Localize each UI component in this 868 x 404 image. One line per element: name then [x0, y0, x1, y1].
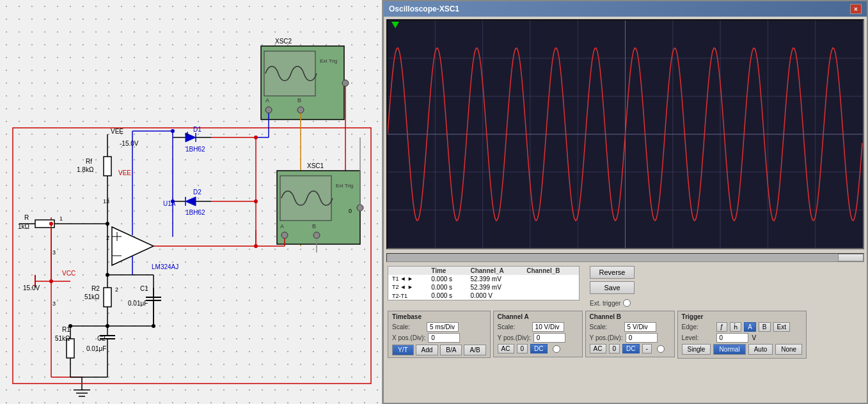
t1-chb [523, 275, 579, 283]
svg-text:Ext Trig: Ext Trig [320, 58, 337, 64]
channel-b-scale-label: Scale: [590, 323, 622, 330]
d2-part: 1BH62 [185, 209, 205, 216]
timebase-xpos-value[interactable]: 0 [428, 333, 460, 343]
channel-a-scale-value[interactable]: 10 V/Div [532, 322, 564, 332]
channel-b-minus-btn[interactable]: - [642, 344, 652, 354]
r2-label: R2 [91, 285, 100, 292]
ba-button[interactable]: B/A [440, 345, 462, 355]
channel-a-title: Channel A [498, 313, 578, 320]
timebase-section: Timebase Scale: 5 ms/Div X pos.(Div): 0 … [388, 311, 491, 358]
channel-b-radio[interactable] [657, 345, 665, 353]
ext-trigger-radio[interactable] [623, 299, 631, 307]
svg-point-61 [254, 199, 258, 203]
trigger-ext-btn[interactable]: Ext [773, 322, 790, 332]
svg-rect-31 [104, 288, 111, 307]
c2-label: C2 [97, 335, 106, 342]
channel-a-ypos-label: Y pos.(Div): [498, 334, 531, 341]
t2-cha: 52.399 mV [466, 283, 523, 291]
t1-time: 0.000 s [427, 275, 466, 283]
trigger-level-row: Level: 0 V [682, 333, 803, 343]
channel-a-coupling: AC 0 DC [498, 344, 578, 354]
r-label: R [24, 214, 29, 221]
save-button[interactable]: Save [590, 281, 635, 294]
trigger-edge-row: Edge: ƒ ȟ A B Ext [682, 322, 803, 332]
trigger-normal-btn[interactable]: Normal [713, 344, 745, 355]
trigger-level-value[interactable]: 0 [716, 333, 748, 343]
svg-point-80 [281, 232, 288, 238]
c2-value: 0.01μF [86, 345, 106, 352]
vee-node: VEE [118, 169, 131, 176]
oscilloscope-controls: Time Channel_A Channel_B T1 ◄ ► 0.000 s … [384, 263, 867, 361]
channel-b-scale-value[interactable]: 5 V/Div [624, 322, 656, 332]
channel-b-ypos-row: Y pos.(Div): 0 [590, 333, 670, 343]
channel-a-scale-row: Scale: 10 V/Div [498, 322, 578, 332]
svg-text:1: 1 [59, 215, 63, 222]
svg-rect-76 [280, 176, 331, 221]
r1-value: 51kΩ [55, 335, 70, 342]
svg-text:B: B [297, 97, 301, 104]
vcc-voltage: 15.0V [23, 284, 40, 291]
trigger-level-unit: V [752, 334, 757, 341]
t2t1-cha: 0.000 V [466, 291, 523, 300]
oscilloscope-panel: Oscilloscope-XSC1 × [383, 0, 868, 404]
t1-row-label: T1 ◄ ► [388, 275, 427, 283]
ab-button[interactable]: A/B [464, 345, 485, 355]
svg-point-53 [106, 222, 109, 226]
timebase-scale-value[interactable]: 5 ms/Div [427, 322, 459, 332]
trigger-single-btn[interactable]: Single [682, 344, 711, 355]
d1-part: 1BH62 [185, 146, 205, 153]
timebase-scale-row: Scale: 5 ms/Div [392, 322, 486, 332]
channel-b-dc-btn[interactable]: DC [622, 344, 639, 354]
svg-text:3: 3 [52, 249, 56, 256]
scroll-thumb[interactable] [838, 254, 864, 261]
rf-label: Rf [86, 158, 92, 165]
trigger-none-btn[interactable]: None [775, 344, 802, 355]
channel-a-radio[interactable] [553, 345, 560, 353]
chb-header: Channel_B [523, 267, 579, 275]
xsc2-label: XSC2 [275, 38, 292, 45]
u1a-label: U1A [163, 200, 175, 207]
osc-close-btn[interactable]: × [850, 4, 862, 14]
channel-b-scale-row: Scale: 5 V/Div [590, 322, 670, 332]
channel-b-title: Channel B [590, 313, 670, 320]
svg-text:A: A [280, 223, 284, 229]
channel-a-ypos-value[interactable]: 0 [533, 333, 565, 343]
timebase-title: Timebase [392, 313, 486, 320]
trigger-fall-btn[interactable]: ȟ [730, 322, 741, 332]
svg-marker-25 [185, 197, 196, 206]
d1-label: D1 [193, 126, 201, 133]
svg-text:4: 4 [185, 130, 189, 137]
add-button[interactable]: Add [416, 345, 439, 355]
channel-a-zero-btn[interactable]: 0 [517, 344, 528, 354]
channel-b-section: Channel B Scale: 5 V/Div Y pos.(Div): 0 … [585, 311, 675, 357]
rf-value: 1.8kΩ [77, 166, 93, 173]
svg-text:2: 2 [115, 286, 118, 293]
svg-point-88 [171, 129, 175, 133]
trigger-section: Trigger Edge: ƒ ȟ A B Ext Level: 0 V Sin… [677, 311, 807, 359]
channel-b-ac-btn[interactable]: AC [590, 344, 606, 354]
svg-text:0: 0 [349, 208, 352, 214]
yt-button[interactable]: Y/T [392, 345, 414, 355]
svg-point-87 [254, 136, 258, 139]
channel-b-ypos-value[interactable]: 0 [626, 333, 658, 343]
lm324-label: LM324AJ [152, 263, 178, 270]
svg-rect-11 [104, 157, 111, 176]
trigger-auto-btn[interactable]: Auto [748, 344, 773, 355]
timebase-xpos-label: X pos.(Div): [392, 334, 425, 341]
channel-a-ypos-row: Y pos.(Div): 0 [498, 333, 578, 343]
reverse-button[interactable]: Reverse [590, 266, 635, 279]
channel-a-ac-btn[interactable]: AC [498, 344, 514, 354]
svg-text:2: 2 [106, 235, 109, 241]
trigger-rise-btn[interactable]: ƒ [716, 322, 728, 332]
trigger-ch-a-btn[interactable]: A [744, 322, 756, 332]
t2t1-time: 0.000 s [427, 291, 466, 300]
channel-a-dc-btn[interactable]: DC [530, 344, 547, 354]
svg-point-68 [265, 107, 272, 113]
svg-text:13: 13 [103, 198, 109, 205]
channel-b-zero-btn[interactable]: 0 [609, 344, 620, 354]
ext-trigger-label: Ext. trigger [590, 299, 635, 307]
oscilloscope-scrollbar[interactable] [386, 253, 864, 262]
trigger-ch-b-btn[interactable]: B [759, 322, 771, 332]
trigger-level-label: Level: [682, 334, 714, 341]
svg-point-81 [313, 232, 320, 238]
